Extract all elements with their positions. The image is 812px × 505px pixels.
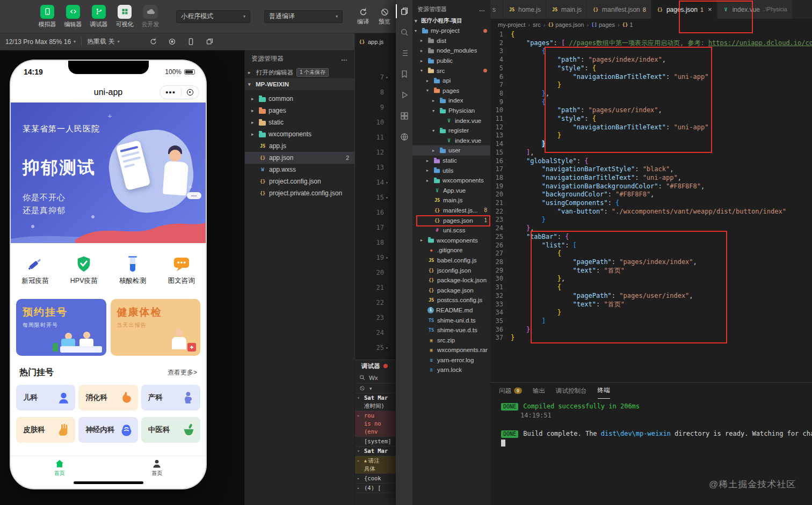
console-entry[interactable]: [system] bbox=[355, 437, 396, 447]
expand-icon[interactable]: ▾ bbox=[357, 394, 363, 402]
workspace-row[interactable]: ▾ 医疗小程序-项目 bbox=[412, 16, 490, 26]
vsc-tree-item-App.vue[interactable]: VApp.vue bbox=[412, 186, 490, 196]
hot-reload-toggle[interactable]: 热重载 关 bbox=[87, 37, 114, 46]
editor-tab-home.js[interactable]: JShome.js bbox=[503, 0, 546, 19]
panel-tab-终端[interactable]: 终端 bbox=[598, 383, 610, 399]
bookmark-icon[interactable] bbox=[396, 67, 412, 81]
expand-icon[interactable] bbox=[357, 402, 363, 410]
vsc-tree-item-static[interactable]: ▸static bbox=[412, 156, 490, 166]
wdt-tree-item-app.js[interactable]: JSapp.js bbox=[245, 140, 354, 152]
open-editors-row[interactable]: ▸ 打开的编辑器 1 个未保存 bbox=[245, 67, 354, 78]
device-icon[interactable] bbox=[187, 38, 195, 46]
vsc-tree-item-Physician[interactable]: ▾Physician bbox=[412, 106, 490, 116]
vsc-tree-item-yarn.lock[interactable]: ≡yarn.lock bbox=[412, 365, 490, 375]
expand-icon[interactable] bbox=[357, 420, 363, 428]
expand-icon[interactable]: ▸ bbox=[357, 412, 363, 420]
wdt-tree-item-app.json[interactable]: {}app.json2 bbox=[245, 152, 354, 164]
vsc-tree-item-public[interactable]: ▸public bbox=[412, 56, 490, 66]
vsc-tree-item-node_modules[interactable]: ▸node_modules bbox=[412, 46, 490, 56]
wdt-tree-item-common[interactable]: ▸common bbox=[245, 93, 354, 105]
devtools-editor-tab[interactable]: {} app.js bbox=[354, 33, 396, 50]
vsc-tree-item-utils[interactable]: ▸utils bbox=[412, 165, 490, 175]
vsc-tree-item-pages[interactable]: ▾pages bbox=[412, 86, 490, 96]
vsc-code[interactable]: 1{2 "pages": [ //pages数组中第一项表示应用启动页, 参考:… bbox=[490, 31, 812, 353]
vsc-tree-item-index.vue[interactable]: Vindex.vue bbox=[412, 115, 490, 126]
console-entry[interactable]: ▾Sat Mar bbox=[355, 447, 396, 456]
wdt-tree-item-app.wxss[interactable]: Wapp.wxss bbox=[245, 164, 354, 175]
remote-icon[interactable] bbox=[396, 130, 412, 144]
editor-tab-pages.json[interactable]: {}pages.json1× bbox=[651, 0, 717, 19]
wdt-tree-item-pages[interactable]: ▸pages bbox=[245, 105, 354, 116]
vsc-tree-item-package-lock.json[interactable]: {}package-lock.json bbox=[412, 275, 490, 286]
fold-icon[interactable]: ▾ bbox=[386, 195, 390, 200]
vsc-tree-item-user[interactable]: ▸user bbox=[412, 145, 490, 156]
department-item-0[interactable]: 儿科 bbox=[16, 385, 75, 411]
preview-button[interactable]: 预览 bbox=[374, 8, 395, 26]
fold-icon[interactable]: ▾ bbox=[386, 346, 390, 350]
editor-tab-main.js[interactable]: JSmain.js bbox=[546, 0, 587, 19]
inspect-icon[interactable] bbox=[359, 375, 366, 381]
breadcrumb-item[interactable]: {}pages.json bbox=[548, 21, 584, 28]
vsc-tree-item-wxcomponents.rar[interactable]: ▣wxcomponents.rar bbox=[412, 345, 490, 355]
service-item-0[interactable]: 新冠疫苗 bbox=[11, 244, 60, 296]
toolbar-button-1[interactable]: 编辑器 bbox=[60, 5, 86, 28]
debugger-tab-wxml[interactable]: Wx bbox=[369, 375, 378, 381]
wdt-tree-item-project.config.json[interactable]: {}project.config.json bbox=[245, 175, 354, 187]
wdt-tree-item-project.private.config.json[interactable]: {}project.private.config.json bbox=[245, 187, 354, 199]
vsc-tree-item-dist[interactable]: ▸dist bbox=[412, 36, 490, 46]
console-entry[interactable]: ▸(4) [ bbox=[355, 484, 396, 493]
vsc-tree-item-uni.scss[interactable]: #uni.scss bbox=[412, 225, 490, 236]
restart-icon[interactable] bbox=[149, 38, 157, 46]
breadcrumb-item[interactable]: []pages bbox=[591, 21, 615, 28]
expand-icon[interactable] bbox=[357, 437, 363, 445]
console-entry[interactable]: ▸▲请注具体 bbox=[355, 456, 396, 474]
vsc-terminal[interactable]: DONE Compiled successfully in 206ms14:19… bbox=[501, 402, 808, 448]
vsc-tree-item-shime-vue.d.ts[interactable]: TSshime-vue.d.ts bbox=[412, 325, 490, 335]
more-icon[interactable]: ●●● bbox=[165, 90, 176, 95]
mode-dropdown[interactable]: 小程序模式 ▾ bbox=[176, 10, 250, 23]
toolbar-button-3[interactable]: 可视化 bbox=[112, 5, 137, 28]
console-entry[interactable]: ▸rouis no(env bbox=[355, 411, 396, 437]
project-root-row[interactable]: ▾ MP-WEIXIN bbox=[245, 78, 354, 90]
toolbar-button-4[interactable]: 云开发 bbox=[137, 5, 163, 28]
panel-tab-调试控制台[interactable]: 调试控制台 bbox=[556, 383, 587, 399]
vsc-tree-item-api[interactable]: ▸api bbox=[412, 76, 490, 86]
breadcrumb[interactable]: my-project›src›{}pages.json›[]pages›{}1 bbox=[490, 19, 812, 31]
console-entry[interactable]: ▾Sat Mar准时间) bbox=[355, 393, 396, 411]
fold-icon[interactable]: ▾ bbox=[386, 180, 390, 185]
vsc-tree-item-src.zip[interactable]: ▣src.zip bbox=[412, 335, 490, 345]
toolbar-button-2[interactable]: 调试器 bbox=[86, 5, 112, 28]
console-entry[interactable]: ▸{cook bbox=[355, 474, 396, 484]
vsc-tree-item-src[interactable]: ▾src bbox=[412, 65, 490, 76]
compile-button[interactable]: 编译 bbox=[352, 8, 374, 26]
phone-tab-1[interactable]: 首页 bbox=[108, 456, 206, 479]
vsc-tree-item-README.md[interactable]: iREADME.md bbox=[412, 305, 490, 316]
debugger-tabs[interactable]: Wx bbox=[355, 372, 396, 384]
vsc-tree-item-yarn-error.log[interactable]: ≡yarn-error.log bbox=[412, 355, 490, 365]
vsc-tree-item-manifest.js...[interactable]: {}manifest.js...8 bbox=[412, 206, 490, 216]
fold-icon[interactable]: ▾ bbox=[386, 255, 390, 260]
compile-mode-dropdown[interactable]: 普通编译 ▾ bbox=[264, 10, 343, 23]
department-item-2[interactable]: 产科 bbox=[141, 385, 200, 411]
expand-icon[interactable]: ▸ bbox=[357, 474, 363, 482]
wdt-tree-item-static[interactable]: ▸static bbox=[245, 116, 354, 128]
toolbar-button-0[interactable]: 模拟器 bbox=[34, 5, 60, 28]
expand-icon[interactable] bbox=[357, 428, 363, 436]
extensions-icon[interactable] bbox=[396, 109, 412, 123]
vsc-tree-item-my-project[interactable]: ▾my-project bbox=[412, 26, 490, 36]
files-icon[interactable] bbox=[396, 4, 412, 18]
vsc-tree-item-.gitignore[interactable]: ◆.gitignore bbox=[412, 245, 490, 255]
phone-tab-0[interactable]: 首页 bbox=[11, 456, 108, 479]
vsc-tree-item-babel.config.js[interactable]: JSbabel.config.js bbox=[412, 255, 490, 266]
service-item-3[interactable]: 图文咨询 bbox=[157, 244, 206, 296]
capsule-menu[interactable]: ●●● bbox=[160, 85, 199, 99]
vsc-tree-item-wxcomponents[interactable]: ▸wxcomponents bbox=[412, 235, 490, 245]
breadcrumb-item[interactable]: {}1 bbox=[622, 21, 633, 28]
wdt-tree-item-wxcomponents[interactable]: ▸wxcomponents bbox=[245, 128, 354, 140]
close-tab-icon[interactable]: × bbox=[708, 5, 712, 13]
department-item-3[interactable]: 皮肤科 bbox=[16, 417, 75, 443]
service-item-2[interactable]: 核酸检测 bbox=[108, 244, 157, 296]
fold-icon[interactable]: ▾ bbox=[386, 75, 390, 80]
expand-icon[interactable]: ▾ bbox=[357, 447, 363, 455]
vsc-tree-item-index[interactable]: ▸index bbox=[412, 96, 490, 106]
